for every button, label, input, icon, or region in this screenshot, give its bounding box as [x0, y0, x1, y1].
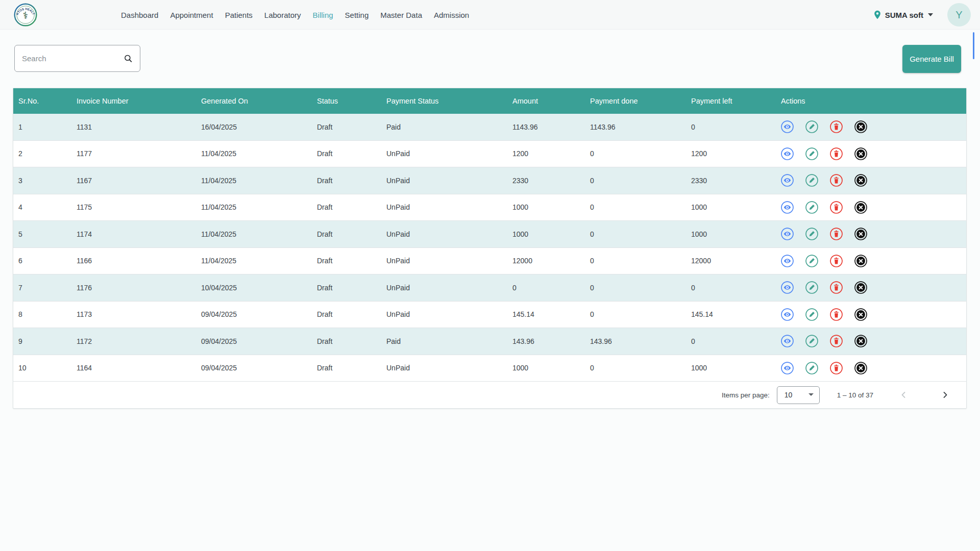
delete-trash-icon[interactable]: [830, 174, 843, 187]
table-row: 9 1172 09/04/2025 Draft Paid 143.96 143.…: [13, 328, 966, 355]
view-eye-icon[interactable]: [781, 201, 794, 214]
delete-trash-icon[interactable]: [830, 281, 843, 294]
delete-trash-icon[interactable]: [830, 255, 843, 267]
cell-srno: 5: [13, 230, 71, 238]
edit-pencil-icon[interactable]: [805, 174, 818, 187]
view-eye-icon[interactable]: [781, 255, 794, 267]
delete-trash-icon[interactable]: [830, 308, 843, 321]
delete-trash-icon[interactable]: [830, 120, 843, 133]
cell-generated-on: 10/04/2025: [196, 284, 312, 292]
cell-srno: 9: [13, 337, 71, 345]
range-label: 1 – 10 of 37: [837, 391, 873, 399]
nav-item-dashboard[interactable]: Dashboard: [121, 11, 158, 19]
col-header-actions: Actions: [776, 97, 966, 105]
ektos-health-logo[interactable]: EKTOS HEALTH ⚕: [14, 3, 37, 27]
table-row: 8 1173 09/04/2025 Draft UnPaid 145.14 0 …: [13, 302, 966, 329]
cancel-x-icon[interactable]: [854, 201, 867, 214]
scrollbar-thumb[interactable]: [973, 32, 974, 59]
row-actions: [776, 255, 966, 267]
cell-payment-left: 1000: [686, 230, 776, 238]
cancel-x-icon[interactable]: [854, 308, 867, 321]
cell-payment-done: 0: [585, 364, 686, 372]
cell-payment-done: 143.96: [585, 337, 686, 345]
cell-amount: 1000: [507, 203, 585, 211]
edit-pencil-icon[interactable]: [805, 335, 818, 347]
cell-invoice-number: 1164: [71, 364, 196, 372]
cell-srno: 7: [13, 284, 71, 292]
view-eye-icon[interactable]: [781, 281, 794, 294]
cell-payment-status: UnPaid: [381, 149, 507, 158]
cancel-x-icon[interactable]: [854, 147, 867, 160]
row-actions: [776, 308, 966, 321]
cell-generated-on: 11/04/2025: [196, 149, 312, 158]
table-row: 6 1166 11/04/2025 Draft UnPaid 12000 0 1…: [13, 248, 966, 275]
view-eye-icon[interactable]: [781, 174, 794, 187]
cell-generated-on: 09/04/2025: [196, 364, 312, 372]
cancel-x-icon[interactable]: [854, 228, 867, 240]
nav-item-setting[interactable]: Setting: [345, 11, 369, 19]
nav-item-admission[interactable]: Admission: [434, 11, 469, 19]
cancel-x-icon[interactable]: [854, 335, 867, 347]
search-input[interactable]: [22, 54, 124, 63]
cell-payment-done: 0: [585, 257, 686, 265]
cell-status: Draft: [312, 230, 381, 238]
cancel-x-icon[interactable]: [854, 174, 867, 187]
view-eye-icon[interactable]: [781, 362, 794, 374]
cell-amount: 1000: [507, 364, 585, 372]
table-row: 4 1175 11/04/2025 Draft UnPaid 1000 0 10…: [13, 194, 966, 221]
edit-pencil-icon[interactable]: [805, 362, 818, 374]
previous-page-button[interactable]: [897, 388, 910, 402]
cell-payment-status: Paid: [381, 123, 507, 131]
edit-pencil-icon[interactable]: [805, 255, 818, 267]
generate-bill-button[interactable]: Generate Bill: [902, 45, 961, 73]
cancel-x-icon[interactable]: [854, 120, 867, 133]
delete-trash-icon[interactable]: [830, 362, 843, 374]
cell-generated-on: 11/04/2025: [196, 257, 312, 265]
nav-item-patients[interactable]: Patients: [225, 11, 253, 19]
view-eye-icon[interactable]: [781, 228, 794, 240]
cell-payment-status: Paid: [381, 337, 507, 345]
edit-pencil-icon[interactable]: [805, 308, 818, 321]
cancel-x-icon[interactable]: [854, 281, 867, 294]
delete-trash-icon[interactable]: [830, 201, 843, 214]
cell-payment-status: UnPaid: [381, 177, 507, 185]
delete-trash-icon[interactable]: [830, 147, 843, 160]
nav-item-laboratory[interactable]: Laboratory: [264, 11, 301, 19]
edit-pencil-icon[interactable]: [805, 147, 818, 160]
edit-pencil-icon[interactable]: [805, 281, 818, 294]
cell-payment-status: UnPaid: [381, 257, 507, 265]
cell-invoice-number: 1176: [71, 284, 196, 292]
chevron-down-icon: [928, 13, 933, 16]
nav-item-appointment[interactable]: Appointment: [170, 11, 213, 19]
cell-srno: 1: [13, 123, 71, 131]
cancel-x-icon[interactable]: [854, 362, 867, 374]
cell-amount: 1200: [507, 149, 585, 158]
view-eye-icon[interactable]: [781, 120, 794, 133]
cell-srno: 10: [13, 364, 71, 372]
view-eye-icon[interactable]: [781, 147, 794, 160]
cell-status: Draft: [312, 177, 381, 185]
chevron-down-icon: [808, 393, 814, 397]
page-size-value: 10: [785, 391, 808, 399]
cell-payment-left: 2330: [686, 177, 776, 185]
cancel-x-icon[interactable]: [854, 255, 867, 267]
nav-item-master-data[interactable]: Master Data: [380, 11, 422, 19]
edit-pencil-icon[interactable]: [805, 120, 818, 133]
edit-pencil-icon[interactable]: [805, 228, 818, 240]
next-page-button[interactable]: [939, 388, 952, 402]
location-selector[interactable]: SUMA soft: [872, 9, 933, 20]
row-actions: [776, 281, 966, 294]
search-icon[interactable]: [124, 53, 133, 64]
edit-pencil-icon[interactable]: [805, 201, 818, 214]
view-eye-icon[interactable]: [781, 308, 794, 321]
page-size-select[interactable]: 10: [777, 386, 820, 404]
cell-status: Draft: [312, 284, 381, 292]
cell-payment-done: 0: [585, 177, 686, 185]
delete-trash-icon[interactable]: [830, 228, 843, 240]
main-nav: Dashboard Appointment Patients Laborator…: [121, 0, 469, 30]
view-eye-icon[interactable]: [781, 335, 794, 347]
logo-icon: EKTOS HEALTH ⚕: [14, 3, 37, 27]
user-avatar[interactable]: Y: [947, 3, 971, 27]
delete-trash-icon[interactable]: [830, 335, 843, 347]
nav-item-billing[interactable]: Billing: [313, 11, 333, 19]
